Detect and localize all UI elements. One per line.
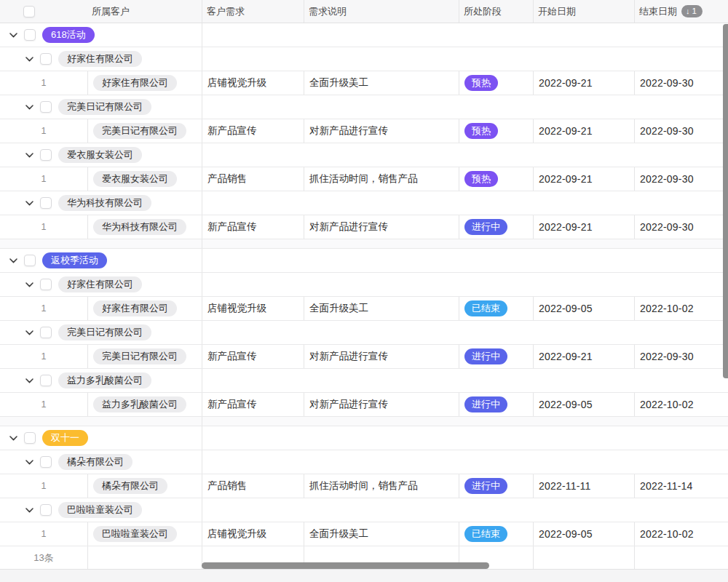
cell-demand[interactable]: 新产品宣传 [202, 393, 304, 416]
cell-customer[interactable]: 好家住有限公司 [87, 71, 202, 95]
cell-description[interactable]: 全面升级美工 [304, 297, 459, 320]
cell-stage[interactable]: 已结束 [459, 522, 533, 546]
cell-end-date[interactable]: 2022-10-02 [634, 522, 728, 546]
subgroup-cell[interactable]: 巴啦啦童装公司 [0, 498, 202, 522]
cell-end-date[interactable]: 2022-09-30 [634, 119, 728, 143]
cell-end-date[interactable]: 2022-10-02 [634, 297, 728, 320]
chevron-down-icon[interactable] [9, 258, 17, 263]
subgroup-checkbox[interactable] [40, 279, 52, 290]
column-header-demand[interactable]: 客户需求 [202, 0, 304, 23]
cell-demand[interactable]: 新产品宣传 [202, 345, 304, 368]
group-cell[interactable]: 双十一 [0, 426, 202, 450]
cell-customer[interactable]: 益力多乳酸菌公司 [87, 393, 202, 416]
subgroup-cell[interactable]: 完美日记有限公司 [0, 321, 202, 344]
cell-start-date[interactable]: 2022-09-21 [533, 71, 634, 95]
cell-demand[interactable]: 新产品宣传 [202, 119, 304, 143]
group-checkbox[interactable] [24, 255, 36, 266]
chevron-down-icon[interactable] [25, 57, 33, 62]
cell-demand[interactable]: 店铺视觉升级 [202, 522, 304, 546]
cell-description[interactable]: 对新产品进行宣传 [304, 393, 459, 416]
cell-stage[interactable]: 进行中 [459, 393, 533, 416]
sort-badge[interactable]: ↓ 1 [681, 5, 703, 17]
vertical-scrollbar[interactable] [723, 24, 728, 378]
cell-demand[interactable]: 产品销售 [202, 474, 304, 498]
cell-end-date[interactable]: 2022-09-30 [634, 345, 728, 368]
subgroup-checkbox[interactable] [40, 101, 52, 113]
group-checkbox[interactable] [24, 29, 36, 41]
select-all-checkbox[interactable] [23, 6, 35, 17]
cell-stage[interactable]: 进行中 [459, 215, 533, 239]
group-cell[interactable]: 618活动 [0, 23, 202, 47]
cell-start-date[interactable]: 2022-09-21 [533, 119, 634, 143]
cell-end-date[interactable]: 2022-09-30 [634, 71, 728, 95]
cell-stage[interactable]: 进行中 [459, 474, 533, 498]
cell-description[interactable]: 全面升级美工 [304, 71, 459, 95]
column-header-description[interactable]: 需求说明 [304, 0, 459, 23]
cell-customer[interactable]: 巴啦啦童装公司 [87, 522, 202, 546]
subgroup-checkbox[interactable] [40, 504, 52, 516]
subgroup-checkbox[interactable] [40, 197, 52, 209]
subgroup-cell[interactable]: 完美日记有限公司 [0, 95, 202, 119]
chevron-down-icon[interactable] [25, 330, 33, 335]
cell-end-date[interactable]: 2022-10-02 [634, 393, 728, 416]
group-cell[interactable]: 返校季活动 [0, 249, 202, 272]
cell-demand[interactable]: 产品销售 [202, 167, 304, 191]
cell-stage[interactable]: 进行中 [459, 345, 533, 368]
cell-description[interactable]: 对新产品进行宣传 [304, 215, 459, 239]
chevron-down-icon[interactable] [25, 105, 33, 110]
cell-start-date[interactable]: 2022-09-21 [533, 215, 634, 239]
cell-start-date[interactable]: 2022-11-11 [533, 474, 634, 498]
cell-end-date[interactable]: 2022-11-14 [634, 474, 728, 498]
cell-customer[interactable]: 完美日记有限公司 [87, 345, 202, 368]
cell-start-date[interactable]: 2022-09-21 [533, 167, 634, 191]
chevron-down-icon[interactable] [25, 282, 33, 287]
column-header-customer[interactable]: 所属客户 [87, 0, 202, 23]
cell-customer[interactable]: 爱衣服女装公司 [87, 167, 202, 191]
cell-description[interactable]: 抓住活动时间，销售产品 [304, 474, 459, 498]
cell-customer[interactable]: 橘朵有限公司 [87, 474, 202, 498]
subgroup-cell[interactable]: 华为科技有限公司 [0, 191, 202, 215]
subgroup-checkbox[interactable] [40, 53, 52, 65]
cell-customer[interactable]: 完美日记有限公司 [87, 119, 202, 143]
chevron-down-icon[interactable] [25, 201, 33, 206]
chevron-down-icon[interactable] [9, 33, 17, 38]
subgroup-checkbox[interactable] [40, 456, 52, 468]
cell-end-date[interactable]: 2022-09-30 [634, 215, 728, 239]
cell-demand[interactable]: 店铺视觉升级 [202, 297, 304, 320]
cell-customer[interactable]: 好家住有限公司 [87, 297, 202, 320]
cell-end-date[interactable]: 2022-09-30 [634, 167, 728, 191]
subgroup-cell[interactable]: 好家住有限公司 [0, 273, 202, 296]
column-header-stage[interactable]: 所处阶段 [459, 0, 533, 23]
subgroup-cell[interactable]: 爱衣服女装公司 [0, 143, 202, 167]
subgroup-cell[interactable]: 好家住有限公司 [0, 47, 202, 71]
cell-stage[interactable]: 预热 [459, 71, 533, 95]
cell-stage[interactable]: 预热 [459, 119, 533, 143]
chevron-down-icon[interactable] [25, 508, 33, 513]
horizontal-scrollbar[interactable] [202, 562, 489, 569]
chevron-down-icon[interactable] [25, 378, 33, 383]
cell-start-date[interactable]: 2022-09-05 [533, 522, 634, 546]
chevron-down-icon[interactable] [25, 460, 33, 465]
cell-start-date[interactable]: 2022-09-21 [533, 345, 634, 368]
subgroup-cell[interactable]: 橘朵有限公司 [0, 450, 202, 474]
cell-start-date[interactable]: 2022-09-05 [533, 297, 634, 320]
column-header-start-date[interactable]: 开始日期 [533, 0, 634, 23]
cell-description[interactable]: 对新产品进行宣传 [304, 119, 459, 143]
chevron-down-icon[interactable] [9, 436, 17, 441]
subgroup-cell[interactable]: 益力多乳酸菌公司 [0, 369, 202, 392]
cell-demand[interactable]: 新产品宣传 [202, 215, 304, 239]
cell-stage[interactable]: 已结束 [459, 297, 533, 320]
cell-description[interactable]: 抓住活动时间，销售产品 [304, 167, 459, 191]
subgroup-checkbox[interactable] [40, 375, 52, 386]
subgroup-checkbox[interactable] [40, 149, 52, 161]
cell-stage[interactable]: 预热 [459, 167, 533, 191]
subgroup-checkbox[interactable] [40, 327, 52, 338]
column-header-end-date[interactable]: 结束日期 ↓ 1 [634, 0, 728, 23]
cell-start-date[interactable]: 2022-09-05 [533, 393, 634, 416]
cell-description[interactable]: 对新产品进行宣传 [304, 345, 459, 368]
cell-demand[interactable]: 店铺视觉升级 [202, 71, 304, 95]
group-checkbox[interactable] [24, 432, 36, 444]
chevron-down-icon[interactable] [25, 153, 33, 158]
cell-description[interactable]: 全面升级美工 [304, 522, 459, 546]
cell-customer[interactable]: 华为科技有限公司 [87, 215, 202, 239]
